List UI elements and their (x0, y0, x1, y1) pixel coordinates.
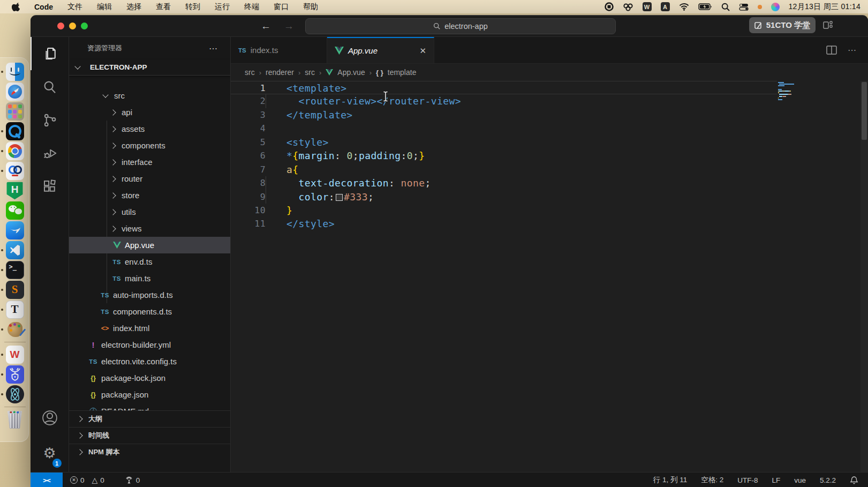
record-icon[interactable] (605, 3, 614, 11)
tree-item-store[interactable]: store (69, 187, 230, 204)
tree-item-interface[interactable]: interface (69, 154, 230, 170)
dock-terminal[interactable]: >_ (5, 260, 25, 280)
code-editor[interactable]: 1<template>2 <router-view></router-view>… (231, 81, 868, 472)
code-line-8[interactable]: 8 text-decoration: none; (231, 176, 777, 190)
tab-index-ts[interactable]: TS index.ts (231, 37, 327, 63)
menu-item-4[interactable]: 转到 (185, 2, 200, 12)
explorer-more-actions[interactable]: ⋯ (209, 43, 218, 54)
command-center-search[interactable]: electron-app (305, 18, 616, 34)
activity-search[interactable] (31, 70, 69, 103)
tree-item-components-d-ts[interactable]: TScomponents.d.ts (69, 303, 230, 320)
tree-item-package-json[interactable]: {}package.json (69, 386, 230, 403)
dock-finder[interactable] (5, 62, 25, 81)
breadcrumb-renderer[interactable]: renderer (266, 68, 294, 77)
minimap[interactable] (778, 82, 827, 101)
tree-item-utils[interactable]: utils (69, 204, 230, 220)
minimize-window-button[interactable] (69, 23, 76, 29)
menu-item-7[interactable]: 窗口 (274, 2, 289, 12)
tree-item-electron-vite-config-ts[interactable]: TSelectron.vite.config.ts (69, 353, 230, 370)
tree-item-views[interactable]: views (69, 220, 230, 237)
dock-quicktime[interactable] (5, 122, 25, 141)
dock-electron-atom[interactable] (5, 385, 25, 404)
dock-sublime-text[interactable]: S (5, 280, 25, 299)
search-icon[interactable] (721, 3, 730, 11)
dock-vscode[interactable] (5, 241, 25, 260)
dock-dingtalk[interactable] (5, 221, 25, 240)
activity-run-debug[interactable] (31, 137, 69, 170)
vue-version[interactable]: 5.2.2 (820, 476, 836, 484)
nav-back-button[interactable]: ← (261, 20, 271, 32)
menu-item-3[interactable]: 查看 (156, 2, 171, 12)
code-line-7[interactable]: 7a{ (231, 163, 777, 176)
activity-explorer[interactable] (31, 37, 69, 70)
tab-app-vue[interactable]: App.vue ✕ (327, 37, 434, 63)
zoom-window-button[interactable] (81, 23, 88, 29)
link-circles-icon[interactable] (623, 3, 633, 11)
editor-scrollbar[interactable] (861, 81, 868, 472)
menu-app-name[interactable]: Code (34, 3, 53, 11)
code-line-1[interactable]: 1<template> (231, 81, 777, 94)
code-line-9[interactable]: 9 color:#333; (231, 190, 777, 204)
wps-icon[interactable]: W (643, 3, 652, 11)
code-line-10[interactable]: 10} (231, 204, 777, 217)
language-mode[interactable]: vue (794, 476, 806, 484)
menu-item-6[interactable]: 终端 (244, 2, 259, 12)
tree-item-electron-builder-yml[interactable]: !electron-builder.yml (69, 336, 230, 353)
notifications-bell-icon[interactable] (850, 476, 858, 485)
code-line-6[interactable]: 6*{margin: 0;padding:0;} (231, 149, 777, 162)
settings-gear-icon[interactable]: ⚙ 1 (31, 434, 69, 472)
siri-icon[interactable] (771, 3, 780, 11)
breadcrumb-symbol[interactable]: template (388, 68, 417, 77)
nav-forward-button[interactable]: → (284, 20, 294, 32)
eol-type[interactable]: LF (772, 476, 780, 484)
remote-indicator[interactable]: >< (31, 473, 63, 487)
dock-launchpad[interactable] (5, 102, 25, 121)
encoding[interactable]: UTF-8 (737, 476, 758, 484)
code-line-11[interactable]: 11</style> (231, 217, 777, 230)
dock-wechat[interactable] (5, 201, 25, 220)
sidebar-section-1[interactable]: 时间线 (69, 427, 230, 444)
tree-item-auto-imports-d-ts[interactable]: TSauto-imports.d.ts (69, 287, 230, 303)
dock-safari[interactable] (5, 82, 25, 101)
input-method-icon[interactable]: A (661, 3, 670, 11)
menu-item-0[interactable]: 文件 (67, 2, 82, 12)
menu-item-8[interactable]: 帮助 (303, 2, 318, 12)
dock-typora[interactable]: T (5, 300, 25, 319)
menu-datetime[interactable]: 12月13日 周三 01:14 (789, 2, 861, 12)
scrollbar-thumb[interactable] (862, 82, 867, 140)
ports-status[interactable]: 0 (125, 476, 140, 484)
dock-deer-app[interactable] (5, 365, 25, 384)
activity-source-control[interactable] (31, 103, 69, 137)
breadcrumb-src2[interactable]: src (305, 68, 315, 77)
dock-paint-palette[interactable] (5, 320, 25, 339)
tree-item-router[interactable]: router (69, 170, 230, 187)
tree-item-package-lock-json[interactable]: {}package-lock.json (69, 370, 230, 386)
tree-item-assets[interactable]: assets (69, 121, 230, 137)
customize-layout-icon[interactable] (823, 20, 835, 32)
menu-item-2[interactable]: 选择 (126, 2, 141, 12)
dock-chrome[interactable] (5, 141, 25, 161)
battery-icon[interactable] (698, 3, 712, 11)
tree-item-components[interactable]: components (69, 137, 230, 154)
split-editor-icon[interactable] (826, 46, 837, 55)
apple-icon[interactable] (12, 3, 20, 11)
menu-item-5[interactable]: 运行 (215, 2, 230, 12)
problems-status[interactable]: ✕ 0 △ 0 (70, 476, 104, 484)
close-window-button[interactable] (57, 23, 64, 29)
activity-extensions[interactable] (31, 170, 69, 203)
sidebar-section-0[interactable]: 大纲 (69, 410, 230, 427)
tree-item-App-vue[interactable]: App.vue (69, 237, 230, 253)
cursor-position[interactable]: 行 1, 列 11 (653, 475, 688, 485)
code-line-3[interactable]: 3</template> (231, 108, 777, 122)
tree-item-env-d-ts[interactable]: TSenv.d.ts (69, 253, 230, 270)
tree-item-src[interactable]: src (69, 87, 230, 104)
workspace-root-row[interactable]: ELECTRON-APP (69, 59, 230, 76)
code-line-5[interactable]: 5<style> (231, 136, 777, 149)
sidebar-section-2[interactable]: NPM 脚本 (69, 444, 230, 460)
dock-trash[interactable] (5, 410, 25, 429)
recording-dot-icon[interactable] (758, 3, 762, 11)
control-center-icon[interactable] (739, 3, 749, 11)
tree-item-index-html[interactable]: <>index.html (69, 320, 230, 336)
account-icon[interactable] (31, 401, 69, 434)
breadcrumb-file[interactable]: App.vue (337, 68, 365, 77)
